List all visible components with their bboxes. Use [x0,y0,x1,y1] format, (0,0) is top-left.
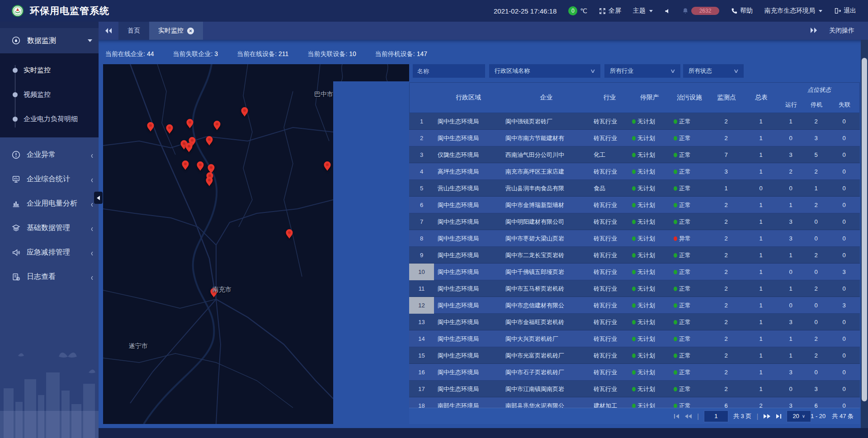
tab-1[interactable]: 实时监控× [149,22,203,40]
status-select[interactable]: 所有状态 ∨ [683,64,744,78]
map-extension [333,64,409,81]
sidebar-item-0[interactable]: 企业异常‹ [0,146,99,164]
cell-limit-status: 无计划 [628,352,670,360]
tab-0[interactable]: 首页 [118,22,149,40]
table-cell: 2 [708,118,744,125]
map-pin-3[interactable] [213,120,221,131]
sidebar-group-data-monitoring[interactable]: 数据监测 [0,28,99,53]
table-cell: 0 [804,319,828,325]
table-row[interactable]: 18南部生态环境局南部县兆华水泥有限公建材加工无计划正常62360 [409,397,860,408]
sidebar-item-3[interactable]: 基础数据管理‹ [0,219,99,237]
table-row[interactable]: 10阆中生态环境局阆中千佛镇五郎垭页岩砖瓦行业无计划正常21003 [409,264,860,280]
help-button[interactable]: 帮助 [731,7,753,15]
column-header-5: 监测点 [708,83,745,113]
next-page-button[interactable] [763,414,771,419]
table-cell: 1 [744,369,778,376]
table-cell: 0 [828,319,860,325]
cell-facility-status: 正常 [670,134,708,142]
double-chevron-right-icon [763,414,771,419]
map-pin-14[interactable] [323,160,331,171]
sidebar-item-2[interactable]: 企业用电量分析‹ [0,194,99,212]
sidebar-item-5[interactable]: 日志查看‹ [0,268,99,286]
map-pin-9[interactable] [181,160,189,170]
map-pin-10[interactable] [196,160,204,171]
map-pin-0[interactable] [146,121,155,132]
region-select[interactable]: 行政区域名称 ∨ [489,64,600,78]
table-row[interactable]: 6阆中生态环境局阆中市金博瑞新型墙材砖瓦行业无计划正常21120 [409,197,860,213]
status-dot-icon [632,220,636,224]
table-row[interactable]: 5营山生态环境局营山县润丰肉食品有限食品无计划正常10010 [409,180,860,197]
last-page-button[interactable] [776,414,782,419]
table-row[interactable]: 12阆中生态环境局阆中市忠信建材有限公砖瓦行业无计划正常21003 [409,297,860,314]
org-dropdown[interactable]: 南充市生态环境局 [764,7,822,15]
table-row[interactable]: 3仪陇生态环境局西南油气田分公司川中化工无计划正常71350 [409,146,860,163]
table-cell: 2 [804,118,828,125]
table-row[interactable]: 13阆中生态环境局阆中市金福旺页岩机砖砖瓦行业无计划正常21300 [409,314,860,330]
table-cell: 1 [744,235,778,242]
sidebar-subitem-0[interactable]: 实时监控 [0,58,99,82]
status-dot-icon [632,119,636,124]
table-row[interactable]: 1阆中生态环境局阆中强锐页岩砖厂砖瓦行业无计划正常21120 [409,113,860,130]
table-cell: 高坪生态环境局 [434,168,502,176]
map-pin-1[interactable] [165,123,174,134]
table-cell: 3 [409,146,434,163]
sound-button[interactable] [665,8,670,14]
table-row[interactable]: 14阆中生态环境局阆中大兴页岩机砖厂砖瓦行业无计划正常21120 [409,330,860,347]
previous-page-button[interactable] [684,414,692,419]
scrollbar-thumb[interactable] [862,58,867,401]
name-search-input[interactable] [413,64,485,78]
map-pin-7[interactable] [205,135,213,146]
table-row[interactable]: 15阆中生态环境局阆中市光富页岩机砖厂砖瓦行业无计划正常21120 [409,347,860,364]
table-row[interactable]: 2阆中生态环境局阆中市南方节能建材有砖瓦行业无计划正常21030 [409,130,860,146]
table-cell: 1 [744,335,778,342]
sidebar-item-1[interactable]: 企业综合统计‹ [0,170,99,188]
notifications[interactable]: 2632 [682,7,719,15]
sidebar-item-4[interactable]: 应急减排管理‹ [0,243,99,261]
map-pin-13[interactable] [205,176,213,187]
table-cell: 阆中生态环境局 [434,368,502,377]
table-row[interactable]: 9阆中生态环境局阆中市二龙长宝页岩砖砖瓦行业无计划正常21120 [409,247,860,264]
page-number-input[interactable]: 1 [704,410,728,422]
table-cell: 西南油气田分公司川中 [502,151,590,159]
table-row[interactable]: 11阆中生态环境局阆中市五马桥页岩机砖砖瓦行业无计划正常21120 [409,280,860,297]
tab-close-icon[interactable]: × [187,28,194,34]
theme-dropdown[interactable]: 主题 [633,7,653,15]
table-row[interactable]: 17阆中生态环境局阆中市江南镇阆南页岩砖瓦行业无计划正常21030 [409,381,860,397]
map-view[interactable]: 巴中市南充市遂宁市 [103,64,333,424]
scrollbar-track[interactable] [861,40,868,428]
status-dot-icon [674,387,677,391]
sidebar-top-strip [0,22,99,28]
map-pin-2[interactable] [186,118,194,129]
tabs-scroll-left-button[interactable] [99,22,118,40]
table-cell: 阆中生态环境局 [434,352,502,360]
map-pin-8[interactable] [185,142,193,153]
logout-button[interactable]: 退出 [834,7,856,15]
sidebar-subitem-2[interactable]: 企业电力负荷明细 [0,107,99,131]
table-cell: 阆中生态环境局 [434,218,502,226]
fullscreen-button[interactable]: 全屏 [599,7,621,15]
cell-facility-status: 正常 [670,301,708,310]
page-size-select[interactable]: 20 ∨ [787,410,811,422]
table-cell: 1 [744,352,778,359]
status-dot-icon [632,337,636,341]
sidebar-subitem-1[interactable]: 视频监控 [0,82,99,107]
table-row[interactable]: 8阆中生态环境局阆中市枣碧大梁山页岩砖瓦行业无计划异常21300 [409,230,860,247]
map-pin-15[interactable] [285,228,293,239]
table-row[interactable]: 4高坪生态环境局南充市高坪区王家店建砖瓦行业无计划正常31220 [409,163,860,180]
chevron-left-icon [97,196,100,200]
close-operations-button[interactable]: 关闭操作 [829,27,854,35]
first-page-button[interactable] [674,414,679,419]
table-cell: 2 [409,130,434,146]
map-pin-4[interactable] [241,106,249,117]
map-collapse-handle[interactable] [94,192,103,204]
table-row[interactable]: 16阆中生态环境局阆中市石子页岩机砖厂砖瓦行业无计划正常21300 [409,364,860,381]
tabs-scroll-right-button[interactable] [810,27,817,35]
status-dot-icon [674,186,677,191]
horn-icon [12,248,20,257]
table-row[interactable]: 7阆中生态环境局阆中明阳建材有限公司砖瓦行业无计划正常21300 [409,213,860,230]
industry-select[interactable]: 所有行业 ∨ [604,64,680,78]
cell-limit-status: 无计划 [628,368,670,377]
cell-facility-status: 正常 [670,168,708,176]
layers-icon [12,224,20,232]
table-cell: 建材加工 [590,402,628,408]
